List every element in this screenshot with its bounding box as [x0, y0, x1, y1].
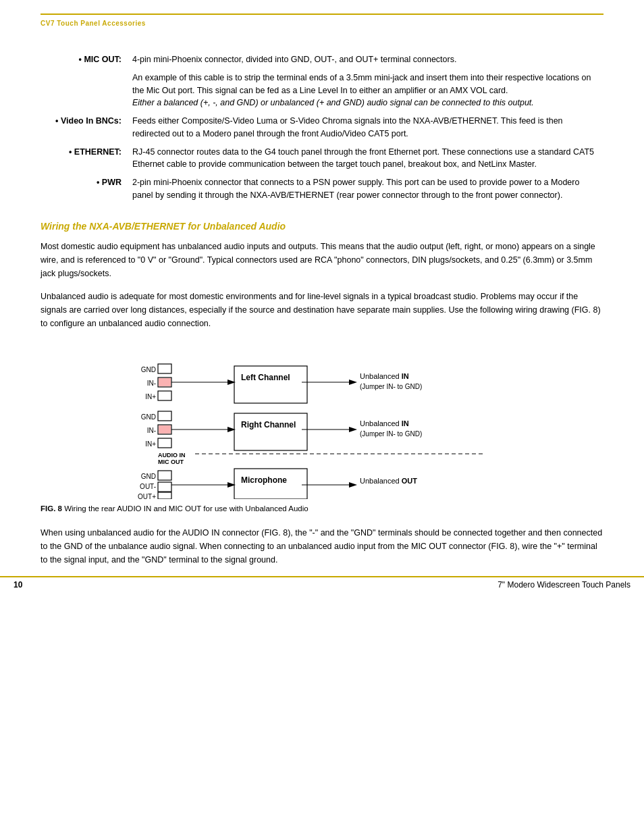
- body-paragraph-1: Most domestic audio equipment has unbala…: [41, 240, 603, 280]
- fig-caption: FIG. 8 Wiring the rear AUDIO IN and MIC …: [41, 504, 603, 513]
- in-minus-label-1: IN-: [147, 380, 156, 387]
- gnd-label-1: GND: [141, 366, 156, 373]
- connector-highlight-rc: [159, 425, 171, 434]
- table-row: • ETHERNET: RJ-45 connector routes data …: [41, 143, 603, 174]
- spec-content: RJ-45 connector routes data to the G4 to…: [128, 143, 603, 174]
- connector-block-rc-in-plus: [158, 438, 171, 448]
- in-minus-label-2: IN-: [147, 427, 156, 434]
- unbalanced-out-label: Unbalanced OUT: [360, 477, 417, 485]
- connector-block-mic-out-minus: [158, 482, 171, 492]
- jumper-rc: (Jumper IN- to GND): [360, 430, 422, 438]
- page-container: CV7 Touch Panel Accessories • MIC OUT: 4…: [0, 0, 644, 603]
- spec-line: Feeds either Composite/S-Video Luma or S…: [132, 116, 563, 138]
- unbalanced-in-rc: Unbalanced IN: [360, 419, 409, 427]
- gnd-label-3: GND: [141, 473, 156, 480]
- channel-box-right: [234, 413, 307, 450]
- diagram-svg: GND IN- IN+ Left Channel Unbalanced IN (…: [133, 344, 511, 499]
- connector-block-rc-gnd: [158, 411, 171, 421]
- connector-block-mic-gnd: [158, 471, 171, 480]
- table-row: • MIC OUT: 4-pin mini-Phoenix connector,…: [41, 51, 603, 69]
- connector-block-lc-gnd: [158, 364, 171, 373]
- section-heading: Wiring the NXA-AVB/ETHERNET for Unbalanc…: [41, 221, 603, 232]
- spec-label: • MIC OUT:: [41, 51, 128, 69]
- spec-content: Feeds either Composite/S-Video Luma or S…: [128, 112, 603, 143]
- spec-label: • ETHERNET:: [41, 143, 128, 174]
- connector-block-lc-in-plus: [158, 391, 171, 400]
- connector-highlight-lc: [159, 378, 171, 386]
- spec-line-2: An example of this cable is to strip the…: [132, 73, 591, 95]
- microphone-label: Microphone: [241, 475, 287, 485]
- spec-line: RJ-45 connector routes data to the G4 to…: [132, 147, 594, 170]
- table-row: An example of this cable is to strip the…: [41, 69, 603, 112]
- left-channel-label: Left Channel: [241, 373, 290, 382]
- spec-line: 2-pin mini-Phoenix connector that connec…: [132, 178, 579, 200]
- audio-in-label: AUDIO IN: [158, 452, 186, 459]
- wiring-diagram: GND IN- IN+ Left Channel Unbalanced IN (…: [41, 344, 603, 499]
- channel-box-left: [234, 366, 307, 403]
- footer: 10 7" Modero Widescreen Touch Panels: [0, 576, 644, 590]
- out-plus-label: OUT+: [138, 493, 156, 499]
- header-bar: CV7 Touch Panel Accessories: [41, 14, 603, 30]
- table-row: • Video In BNCs: Feeds either Composite/…: [41, 112, 603, 143]
- spec-content: An example of this cable is to strip the…: [128, 69, 603, 112]
- arrow-head-out-lc: [349, 380, 357, 385]
- arrow-head-out-rc: [349, 427, 357, 432]
- mic-out-label: MIC OUT: [158, 459, 184, 465]
- unbalanced-in-lc: Unbalanced IN: [360, 372, 409, 380]
- header-title: CV7 Touch Panel Accessories: [41, 20, 146, 27]
- gnd-label-2: GND: [141, 413, 156, 421]
- body-paragraph-2: Unbalanced audio is adequate for most do…: [41, 290, 603, 330]
- closing-text: When using unbalanced audio for the AUDI…: [41, 526, 603, 567]
- jumper-lc: (Jumper IN- to GND): [360, 383, 422, 390]
- spec-label: • Video In BNCs:: [41, 112, 128, 143]
- spec-label-text: • ETHERNET:: [69, 147, 122, 157]
- out-minus-label: OUT-: [140, 483, 156, 490]
- arrow-head-out-mic: [349, 482, 357, 488]
- spec-label-text: • Video In BNCs:: [55, 116, 122, 126]
- spec-label-text: • MIC OUT:: [79, 55, 122, 64]
- page-number: 10: [14, 577, 22, 590]
- right-channel-label: Right Channel: [241, 420, 296, 429]
- spec-content: 4-pin mini-Phoenix connector, divided in…: [128, 51, 603, 69]
- spec-line-1: 4-pin mini-Phoenix connector, divided in…: [132, 55, 456, 64]
- spec-content: 2-pin mini-Phoenix connector that connec…: [128, 174, 603, 205]
- spec-label-text: • PWR: [97, 178, 122, 187]
- spec-line-3: Either a balanced (+, -, and GND) or unb…: [132, 98, 534, 107]
- connector-block-mic-out-plus: [158, 492, 171, 499]
- product-name: 7" Modero Widescreen Touch Panels: [498, 577, 630, 590]
- in-plus-label-1: IN+: [145, 393, 156, 400]
- fig-label: FIG. 8: [41, 504, 62, 513]
- table-row: • PWR 2-pin mini-Phoenix connector that …: [41, 174, 603, 205]
- in-plus-label-2: IN+: [145, 440, 156, 448]
- specs-table: • MIC OUT: 4-pin mini-Phoenix connector,…: [41, 51, 603, 205]
- spec-label: • PWR: [41, 174, 128, 205]
- fig-caption-text: Wiring the rear AUDIO IN and MIC OUT for…: [64, 504, 308, 513]
